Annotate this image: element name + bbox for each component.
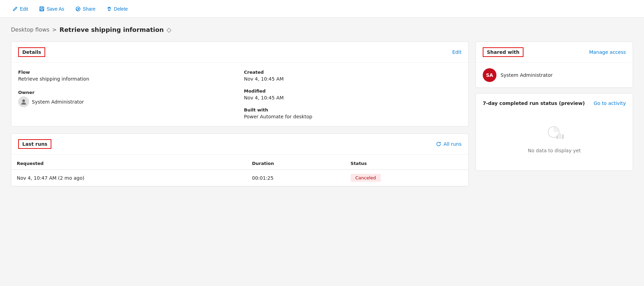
owner-label: Owner	[18, 90, 236, 95]
shared-user-row: SA System Administrator	[476, 63, 633, 87]
table-row: Nov 4, 10:47 AM (2 mo ago) 00:01:25 Canc…	[11, 170, 468, 186]
main-content: Desktop flows > Retrieve shipping inform…	[0, 18, 644, 195]
run-status-title: 7-day completed run status (preview)	[483, 100, 585, 106]
breadcrumb: Desktop flows > Retrieve shipping inform…	[11, 26, 633, 33]
details-card-header: Details Edit	[11, 42, 468, 63]
built-with-label: Built with	[244, 107, 462, 112]
shared-with-header: Shared with Manage access	[476, 42, 633, 63]
share-button[interactable]: Share	[71, 4, 100, 14]
last-runs-card: Last runs All runs Requested	[11, 133, 469, 187]
svg-rect-7	[559, 133, 561, 139]
all-runs-link[interactable]: All runs	[436, 141, 462, 147]
svg-point-4	[22, 99, 25, 102]
run-status-cell: Canceled	[345, 170, 468, 186]
created-value: Nov 4, 10:45 AM	[244, 76, 462, 82]
content-layout: Details Edit Flow Retrieve shipping info…	[11, 41, 633, 187]
save-as-icon	[39, 6, 45, 12]
built-with-value: Power Automate for desktop	[244, 114, 462, 119]
details-grid: Flow Retrieve shipping information Owner	[18, 70, 462, 119]
run-requested: Nov 4, 10:47 AM (2 mo ago)	[11, 170, 247, 186]
last-runs-card-header: Last runs All runs	[11, 134, 468, 155]
run-status-section: 7-day completed run status (preview) Go …	[476, 93, 633, 171]
runs-table-body: Nov 4, 10:47 AM (2 mo ago) 00:01:25 Canc…	[11, 170, 468, 186]
owner-value: System Administrator	[32, 99, 84, 105]
diamond-icon: ◇	[166, 26, 171, 33]
toolbar: Edit Save As Share Delete	[0, 0, 644, 18]
svg-rect-2	[40, 9, 43, 11]
last-runs-title: Last runs	[18, 139, 51, 149]
details-card: Details Edit Flow Retrieve shipping info…	[11, 41, 469, 127]
breadcrumb-parent[interactable]: Desktop flows	[11, 26, 49, 33]
no-data-label: No data to display yet	[528, 148, 581, 153]
modified-detail: Modified Nov 4, 10:45 AM	[244, 88, 462, 100]
owner-detail: Owner System Administrator	[18, 90, 236, 107]
flow-label: Flow	[18, 70, 236, 75]
details-card-body: Flow Retrieve shipping information Owner	[11, 63, 468, 126]
status-badge: Canceled	[351, 174, 381, 182]
person-icon	[20, 98, 27, 105]
runs-table: Requested Duration Status Nov 4, 10:47 A…	[11, 157, 468, 186]
edit-icon	[12, 6, 18, 12]
left-column: Details Edit Flow Retrieve shipping info…	[11, 41, 469, 187]
modified-label: Modified	[244, 88, 462, 94]
manage-access-link[interactable]: Manage access	[589, 49, 626, 55]
flow-detail: Flow Retrieve shipping information	[18, 70, 236, 82]
go-to-activity-link[interactable]: Go to activity	[594, 100, 626, 106]
col-duration: Duration	[247, 157, 345, 170]
user-avatar: SA	[483, 68, 496, 82]
col-status: Status	[345, 157, 468, 170]
run-duration: 00:01:25	[247, 170, 345, 186]
svg-rect-6	[556, 135, 558, 139]
save-as-button[interactable]: Save As	[35, 4, 68, 14]
user-name: System Administrator	[501, 72, 553, 78]
col-requested: Requested	[11, 157, 247, 170]
delete-button[interactable]: Delete	[102, 4, 132, 14]
user-initials: SA	[486, 72, 493, 78]
right-column: Shared with Manage access SA System Admi…	[476, 41, 633, 171]
shared-with-card: Shared with Manage access SA System Admi…	[476, 41, 633, 88]
run-status-header: 7-day completed run status (preview) Go …	[483, 100, 626, 106]
built-with-detail: Built with Power Automate for desktop	[244, 107, 462, 119]
details-edit-link[interactable]: Edit	[452, 49, 462, 55]
no-data-area: No data to display yet	[483, 113, 626, 164]
details-left: Flow Retrieve shipping information Owner	[18, 70, 236, 119]
svg-rect-8	[562, 134, 564, 139]
created-detail: Created Nov 4, 10:45 AM	[244, 70, 462, 82]
flow-value: Retrieve shipping information	[18, 76, 236, 82]
details-right: Created Nov 4, 10:45 AM Modified Nov 4, …	[244, 70, 462, 119]
delete-icon	[106, 6, 112, 12]
share-icon	[75, 6, 81, 12]
owner-row: System Administrator	[18, 96, 236, 107]
modified-value: Nov 4, 10:45 AM	[244, 95, 462, 100]
last-runs-table-container: Requested Duration Status Nov 4, 10:47 A…	[11, 157, 468, 186]
no-data-chart-icon	[544, 123, 565, 144]
breadcrumb-current: Retrieve shipping information	[60, 26, 164, 33]
svg-rect-1	[41, 7, 43, 8]
created-label: Created	[244, 70, 462, 75]
edit-button[interactable]: Edit	[8, 4, 32, 14]
refresh-icon	[436, 141, 441, 147]
details-title: Details	[18, 47, 45, 57]
owner-avatar	[18, 96, 29, 107]
breadcrumb-separator: >	[52, 26, 56, 33]
shared-with-title: Shared with	[483, 47, 523, 57]
runs-table-head: Requested Duration Status	[11, 157, 468, 170]
